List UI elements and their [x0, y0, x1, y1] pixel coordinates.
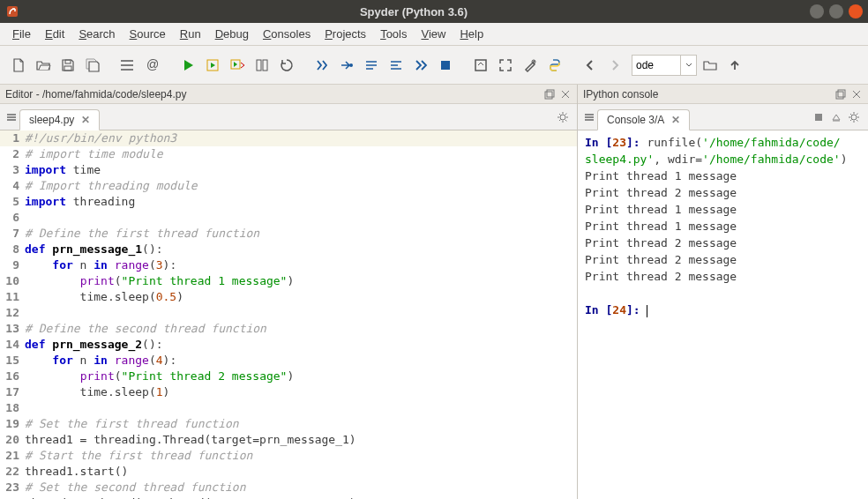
code-line[interactable]: 1#!/usr/bin/env python3: [0, 130, 577, 146]
menu-tools[interactable]: Tools: [373, 25, 414, 43]
debug-button[interactable]: [311, 54, 333, 77]
debug-step-out-button[interactable]: [385, 54, 408, 77]
back-button[interactable]: [579, 54, 602, 77]
code-line[interactable]: 14def prn_message_2():: [0, 337, 577, 353]
maximize-pane-button[interactable]: [469, 54, 492, 77]
window-minimize-button[interactable]: [810, 4, 824, 19]
code-text[interactable]: import threading: [25, 194, 577, 210]
menu-projects[interactable]: Projects: [318, 25, 373, 43]
new-file-button[interactable]: [7, 54, 30, 77]
console-clear-button[interactable]: [829, 112, 843, 123]
preferences-button[interactable]: [519, 54, 542, 77]
code-line[interactable]: 24thread2 = threading.Thread(target=prn_…: [0, 495, 577, 499]
menu-search[interactable]: Search: [71, 25, 122, 43]
menu-consoles[interactable]: Consoles: [256, 25, 318, 43]
debug-continue-button[interactable]: [409, 54, 432, 77]
parent-dir-button[interactable]: [723, 54, 746, 77]
code-line[interactable]: 10 print("Print thread 1 message"): [0, 273, 577, 289]
code-line[interactable]: 5import threading: [0, 194, 577, 210]
code-text[interactable]: [25, 400, 577, 416]
code-text[interactable]: for n in range(4):: [25, 353, 577, 369]
editor-pane-undock-button[interactable]: [543, 88, 556, 101]
at-button[interactable]: @: [141, 54, 164, 77]
menu-file[interactable]: File: [5, 25, 38, 43]
menu-help[interactable]: Help: [453, 25, 490, 43]
code-text[interactable]: # Start the first thread function: [25, 448, 577, 464]
editor-tab-list-button[interactable]: [4, 112, 19, 123]
code-text[interactable]: # Set the second thread function: [25, 480, 577, 495]
run-selection-button[interactable]: [251, 54, 273, 77]
code-line[interactable]: 3import time: [0, 162, 577, 178]
forward-button[interactable]: [603, 54, 626, 77]
code-line[interactable]: 7# Define the first thread function: [0, 226, 577, 242]
save-button[interactable]: [56, 54, 79, 77]
console-tab[interactable]: Console 3/A ✕: [597, 109, 690, 130]
code-line[interactable]: 16 print("Print thread 2 message"): [0, 369, 577, 384]
code-line[interactable]: 19# Set the first thread function: [0, 416, 577, 432]
code-text[interactable]: # Define the second thread function: [25, 321, 577, 337]
window-close-button[interactable]: [849, 4, 863, 19]
code-line[interactable]: 15 for n in range(4):: [0, 353, 577, 369]
menu-run[interactable]: Run: [173, 25, 208, 43]
rerun-button[interactable]: [275, 54, 298, 77]
code-text[interactable]: time.sleep(1): [25, 384, 577, 400]
code-text[interactable]: import time: [25, 162, 577, 178]
console-output[interactable]: In [23]: runfile('/home/fahmida/code/sle…: [578, 130, 868, 499]
code-line[interactable]: 9 for n in range(3):: [0, 257, 577, 273]
outline-button[interactable]: [116, 54, 139, 77]
console-options-button[interactable]: [847, 111, 861, 123]
console-tab-close-button[interactable]: ✕: [671, 114, 680, 126]
code-text[interactable]: [25, 210, 577, 226]
editor-tab[interactable]: sleep4.py ✕: [19, 109, 100, 130]
code-text[interactable]: thread1.start(): [25, 464, 577, 480]
code-line[interactable]: 18: [0, 400, 577, 416]
window-maximize-button[interactable]: [829, 4, 843, 19]
code-line[interactable]: 11 time.sleep(0.5): [0, 289, 577, 305]
code-text[interactable]: for n in range(3):: [25, 257, 577, 273]
code-text[interactable]: # import time module: [25, 146, 577, 162]
working-dir-dropdown-button[interactable]: [680, 56, 696, 75]
working-dir-input[interactable]: [632, 56, 680, 75]
console-tab-list-button[interactable]: [581, 112, 597, 123]
code-line[interactable]: 6: [0, 210, 577, 226]
code-line[interactable]: 8def prn_message_1():: [0, 242, 577, 257]
debug-step-button[interactable]: [335, 54, 358, 77]
editor-options-button[interactable]: [556, 111, 570, 123]
menu-edit[interactable]: Edit: [38, 25, 71, 43]
code-text[interactable]: # Define the first thread function: [25, 226, 577, 242]
menu-view[interactable]: View: [414, 25, 453, 43]
run-cell-advance-button[interactable]: [226, 54, 249, 77]
python-path-button[interactable]: [543, 54, 566, 77]
console-pane-undock-button[interactable]: [834, 88, 847, 101]
browse-dir-button[interactable]: [699, 54, 722, 77]
code-text[interactable]: def prn_message_2():: [25, 337, 577, 353]
code-line[interactable]: 20thread1 = threading.Thread(target=prn_…: [0, 432, 577, 448]
fullscreen-button[interactable]: [494, 54, 517, 77]
code-line[interactable]: 17 time.sleep(1): [0, 384, 577, 400]
run-button[interactable]: [176, 54, 199, 77]
menu-source[interactable]: Source: [123, 25, 173, 43]
menu-debug[interactable]: Debug: [208, 25, 256, 43]
code-line[interactable]: 22thread1.start(): [0, 464, 577, 480]
code-line[interactable]: 4# Import threading module: [0, 178, 577, 194]
code-text[interactable]: thread1 = threading.Thread(target=prn_me…: [25, 432, 577, 448]
console-interrupt-button[interactable]: [812, 112, 826, 123]
code-text[interactable]: print("Print thread 2 message"): [25, 369, 577, 384]
debug-stop-button[interactable]: [434, 54, 457, 77]
code-text[interactable]: # Set the first thread function: [25, 416, 577, 432]
working-dir-combo[interactable]: [632, 55, 697, 76]
code-text[interactable]: # Import threading module: [25, 178, 577, 194]
code-line[interactable]: 2# import time module: [0, 146, 577, 162]
code-text[interactable]: #!/usr/bin/env python3: [25, 130, 577, 146]
code-line[interactable]: 23# Set the second thread function: [0, 480, 577, 495]
code-text[interactable]: time.sleep(0.5): [25, 289, 577, 305]
code-text[interactable]: def prn_message_1():: [25, 242, 577, 257]
save-all-button[interactable]: [81, 54, 104, 77]
code-text[interactable]: print("Print thread 1 message"): [25, 273, 577, 289]
editor-pane-close-button[interactable]: [559, 88, 572, 101]
editor-tab-close-button[interactable]: ✕: [81, 114, 90, 126]
code-line[interactable]: 12: [0, 305, 577, 321]
debug-step-into-button[interactable]: [360, 54, 383, 77]
code-line[interactable]: 21# Start the first thread function: [0, 448, 577, 464]
console-pane-close-button[interactable]: [850, 88, 863, 101]
